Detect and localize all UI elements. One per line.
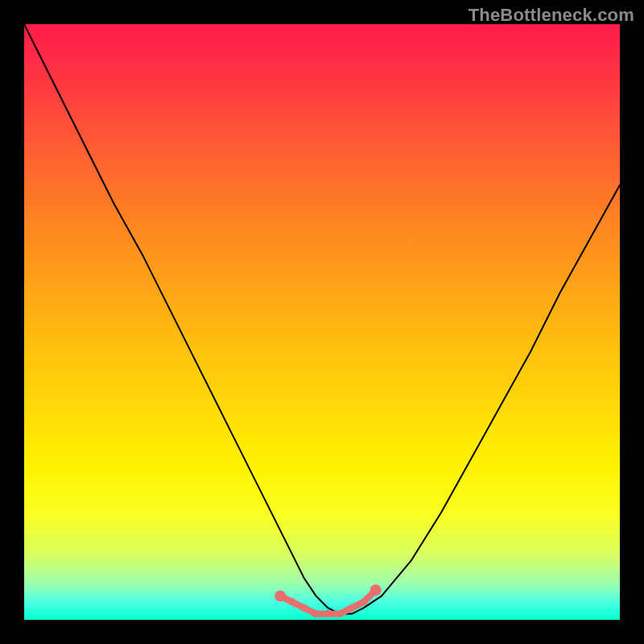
sweet-spot-dot — [300, 605, 308, 612]
bottleneck-curve-line — [24, 24, 620, 614]
sweet-spot-end-dot — [275, 590, 286, 601]
sweet-spot-dot — [289, 598, 296, 605]
sweet-spot-markers — [275, 584, 381, 617]
chart-svg — [24, 24, 620, 620]
chart-frame: TheBottleneck.com — [0, 0, 644, 644]
plot-area — [24, 24, 620, 620]
sweet-spot-dot — [324, 610, 332, 617]
sweet-spot-dot — [336, 610, 344, 617]
sweet-spot-dot — [360, 598, 367, 605]
sweet-spot-dot — [349, 605, 356, 612]
sweet-spot-dot — [312, 610, 320, 617]
watermark-label: TheBottleneck.com — [469, 5, 634, 26]
sweet-spot-end-dot — [370, 584, 382, 596]
